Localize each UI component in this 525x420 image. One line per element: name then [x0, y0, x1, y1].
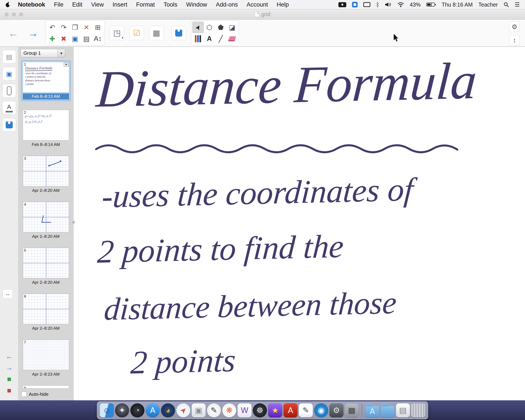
dock-video-app[interactable]: ★ — [268, 403, 282, 417]
sort-text-icon[interactable]: A↕ — [92, 33, 103, 44]
settings-blue-icon[interactable] — [352, 2, 358, 8]
screen-shade-icon[interactable]: ▤ — [81, 33, 92, 44]
titlebar[interactable]: grid — [0, 9, 525, 20]
dock-pen-app[interactable]: ✎ — [207, 403, 221, 417]
dock-notes[interactable]: ✎ — [299, 403, 313, 417]
dock-trash[interactable] — [411, 403, 425, 417]
volume-icon[interactable] — [385, 2, 392, 7]
page-thumbnail-1[interactable]: 1 Distance Formula-uses the coordinates … — [21, 60, 71, 101]
forward-button[interactable]: → — [26, 26, 40, 40]
delete-icon[interactable]: ✕ — [81, 22, 92, 33]
menu-item-account[interactable]: Account — [246, 1, 268, 8]
sidebar-collapse-button[interactable]: ↔ — [3, 289, 13, 298]
page-thumbnail-6[interactable]: 6 Apr 2–8:20 AM — [23, 294, 69, 331]
wifi-icon[interactable] — [397, 2, 404, 7]
page-thumbnail-5[interactable]: 5 Apr 2–8:20 AM — [23, 248, 69, 285]
menu-item-help[interactable]: Help — [277, 1, 289, 8]
menu-item-window[interactable]: Window — [186, 1, 207, 8]
page-sorter-icon[interactable]: ▤ — [2, 50, 16, 64]
capture-dropdown-arrow-icon[interactable]: ▾ — [122, 36, 123, 40]
menu-item-notebook[interactable]: Notebook — [18, 1, 45, 8]
page-thumbnail-3[interactable]: 3 Apr 2–8:20 AM — [23, 156, 69, 193]
add-ons-icon[interactable] — [2, 118, 16, 132]
group-dropdown[interactable]: Group 1 ▼ — [20, 49, 65, 57]
menubar-user[interactable]: Teacher — [478, 1, 498, 8]
fill-icon[interactable]: ◪ — [226, 22, 238, 33]
bluetooth-icon[interactable]: ᛒ — [376, 1, 380, 8]
delete-page-small-icon[interactable]: ■ — [5, 386, 14, 395]
page-menu-arrow-icon[interactable]: ▾ — [64, 62, 69, 67]
undo-icon[interactable]: ↶ — [47, 22, 58, 33]
page-thumbnail-7[interactable]: 7 Apr 2–8:23 AM — [23, 339, 69, 377]
attachments-icon[interactable] — [2, 84, 16, 98]
screen-capture-button[interactable]: ◳ ▾ — [110, 26, 124, 40]
dock-safari[interactable]: ➤ — [176, 403, 190, 417]
dock-steering-wheel[interactable]: ☸ — [253, 403, 267, 417]
minimize-icon[interactable] — [12, 12, 16, 16]
pens-icon[interactable] — [192, 33, 204, 44]
line-icon[interactable]: ╱ — [215, 33, 226, 44]
battery-icon[interactable] — [426, 2, 436, 7]
dock-utilities[interactable]: ⚙ — [329, 403, 343, 417]
dock-firefox[interactable]: ◕ — [161, 403, 175, 417]
add-page-icon[interactable]: ✚ — [47, 33, 58, 44]
text-icon[interactable]: A — [204, 33, 215, 44]
close-icon[interactable] — [5, 12, 9, 16]
dock-folder-documents[interactable] — [381, 406, 395, 417]
back-button[interactable]: ← — [6, 26, 20, 40]
delete-page-icon[interactable]: ✖ — [58, 33, 69, 44]
gallery-icon[interactable]: ▣ — [2, 67, 16, 81]
redo-icon[interactable]: ↷ — [58, 22, 69, 33]
menu-item-insert[interactable]: Insert — [113, 1, 128, 8]
canvas[interactable]: Distance Formula -uses the coordinates o… — [74, 47, 525, 400]
next-page-icon[interactable]: → — [5, 364, 14, 372]
paste-icon[interactable]: ❐ — [69, 22, 81, 33]
menu-item-file[interactable]: File — [54, 1, 64, 8]
menubar-clock[interactable]: Thu 8:16 AM — [442, 1, 473, 8]
dock-preview[interactable]: ▣ — [192, 403, 206, 417]
screen-record-icon[interactable] — [338, 2, 346, 7]
dock-smart-notebook[interactable]: ◉ — [314, 403, 328, 417]
shapes-icon[interactable]: ⬡ — [204, 22, 215, 33]
dock-dashboard[interactable]: ◔ — [130, 403, 144, 417]
auto-hide-checkbox[interactable] — [21, 392, 27, 397]
page-thumbnail-8[interactable]: 8 — [23, 385, 69, 388]
table-icon[interactable]: ⊞ — [92, 22, 103, 33]
menu-item-tools[interactable]: Tools — [164, 1, 178, 8]
dock-folder-apps[interactable]: A — [365, 406, 379, 417]
menu-item-view[interactable]: View — [91, 1, 104, 8]
dock-photos[interactable]: ❋ — [222, 403, 236, 417]
regular-polygon-icon[interactable]: ⬟ — [215, 22, 226, 33]
menu-item-edit[interactable]: Edit — [72, 1, 83, 8]
add-page-small-icon[interactable]: ■ — [5, 375, 14, 383]
select-icon[interactable]: ➤ — [192, 22, 204, 33]
dock-system-tools[interactable]: ▦ — [345, 403, 359, 417]
panel-resize-handle[interactable] — [72, 221, 75, 224]
check-button[interactable]: ☑ — [130, 26, 144, 40]
dock-acrobat[interactable]: A — [283, 403, 298, 417]
response-button[interactable]: ▦ — [149, 26, 164, 40]
settings-gear-icon[interactable]: ⚙ — [509, 21, 520, 32]
page-thumbnail-4[interactable]: 4 Apr 2–8:20 AM — [23, 202, 69, 239]
dock-word-w[interactable]: W — [238, 403, 252, 417]
menu-item-add-ons[interactable]: Add-ons — [216, 1, 238, 8]
expand-toolbar-icon[interactable]: ↕ — [509, 35, 520, 46]
zoom-icon[interactable] — [19, 12, 23, 16]
dock-app-store[interactable]: A — [146, 403, 160, 417]
chevron-down-icon[interactable]: ▼ — [57, 49, 65, 57]
add-ons-toolbar-button[interactable] — [171, 26, 186, 40]
dock-launchpad[interactable]: ✦ — [115, 403, 129, 417]
display-icon[interactable] — [363, 2, 370, 7]
notification-center-icon[interactable]: ☰ — [515, 1, 520, 8]
eraser-icon[interactable] — [226, 33, 238, 44]
properties-icon[interactable]: A — [2, 101, 16, 115]
screen-capture-icon: ◳ — [113, 28, 121, 38]
save-icon[interactable]: ▣ — [69, 33, 81, 44]
prev-page-icon[interactable]: ← — [5, 352, 14, 361]
dock-finder[interactable]: ☺ — [100, 403, 114, 417]
spotlight-icon[interactable] — [504, 2, 509, 8]
menu-item-format[interactable]: Format — [136, 1, 155, 8]
apple-menu[interactable] — [5, 1, 10, 8]
page-thumbnail-2[interactable]: 2d=√(x₂-x₁)²+(y₂-y₁)²(x₁,y₁) (x₂,y₂) Feb… — [23, 110, 69, 147]
dock-documents-stack[interactable]: ▤ — [396, 403, 410, 417]
